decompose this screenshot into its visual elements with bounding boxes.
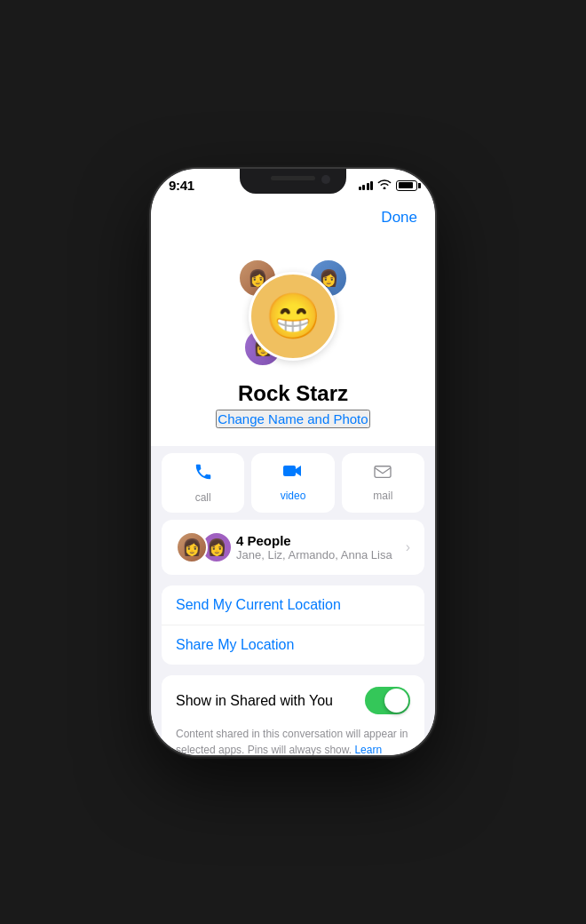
phone-screen: 9:41	[151, 169, 435, 755]
shared-with-you-note: Content shared in this conversation will…	[162, 726, 424, 755]
profile-section: 👩 👩 😁 👩 Rock Starz Change Name and Photo	[151, 241, 435, 446]
header: Done	[151, 198, 435, 241]
call-button[interactable]: call	[162, 453, 244, 513]
front-camera	[321, 175, 330, 184]
notch	[240, 169, 346, 194]
mail-label: mail	[373, 490, 392, 502]
location-card: Send My Current Location Share My Locati…	[162, 585, 424, 665]
signal-icon	[359, 181, 374, 190]
people-info: 4 People Jane, Liz, Armando, Anna Lisa	[236, 533, 406, 562]
mail-icon	[373, 462, 392, 485]
people-avatars: 👩 👩	[176, 531, 226, 563]
share-my-location-button[interactable]: Share My Location	[176, 637, 294, 653]
send-location-row[interactable]: Send My Current Location	[162, 585, 424, 625]
done-button[interactable]: Done	[381, 209, 417, 227]
actions-row: call video	[151, 446, 435, 520]
people-count: 4 People	[236, 533, 406, 548]
group-name: Rock Starz	[238, 381, 348, 406]
call-label: call	[195, 491, 211, 504]
scroll-content[interactable]: Done 👩 👩 😁 👩	[151, 198, 435, 755]
phone-device: 9:41	[151, 169, 435, 755]
battery-icon	[396, 180, 417, 191]
change-name-photo-button[interactable]: Change Name and Photo	[216, 410, 369, 428]
status-icons	[359, 179, 418, 192]
shared-with-you-card: Show in Shared with You Content shared i…	[162, 675, 424, 755]
show-shared-toggle[interactable]	[365, 687, 410, 714]
video-icon	[282, 462, 304, 485]
send-current-location-button[interactable]: Send My Current Location	[176, 597, 341, 613]
status-time: 9:41	[169, 178, 194, 193]
show-shared-with-you-row: Show in Shared with You	[162, 675, 424, 726]
video-label: video	[281, 490, 306, 502]
people-row[interactable]: 👩 👩 4 People Jane, Liz, Armando, Anna Li…	[162, 520, 424, 575]
wifi-icon	[377, 179, 392, 192]
people-card: 👩 👩 4 People Jane, Liz, Armando, Anna Li…	[162, 520, 424, 575]
chevron-right-icon: ›	[406, 539, 410, 555]
call-icon	[194, 462, 213, 487]
video-button[interactable]: video	[251, 453, 334, 513]
people-avatar-1: 👩	[176, 531, 208, 563]
svg-rect-1	[375, 466, 391, 478]
speaker	[271, 176, 315, 180]
people-names: Jane, Liz, Armando, Anna Lisa	[236, 548, 406, 562]
svg-rect-0	[283, 466, 296, 476]
share-location-row[interactable]: Share My Location	[162, 625, 424, 665]
avatar-cluster: 👩 👩 😁 👩	[231, 250, 355, 374]
show-shared-label: Show in Shared with You	[176, 693, 333, 709]
group-avatar-main: 😁	[249, 272, 337, 361]
mail-button[interactable]: mail	[342, 453, 424, 513]
